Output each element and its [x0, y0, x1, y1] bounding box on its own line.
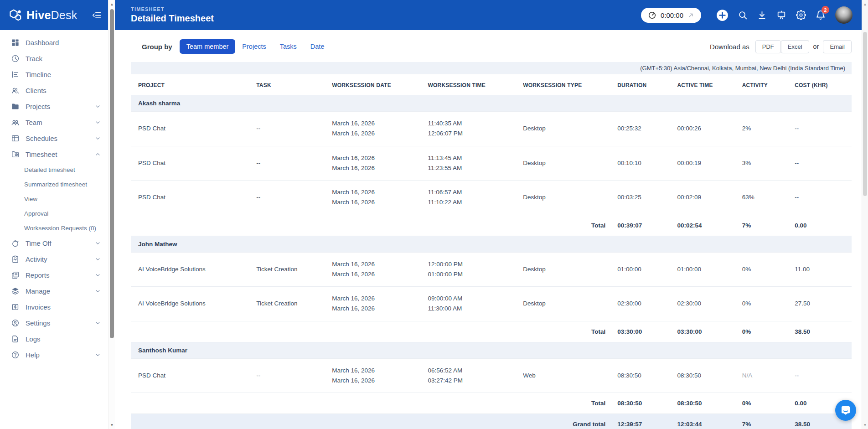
sidebar-item-timeline[interactable]: Timeline [0, 67, 108, 83]
page-scrollbar[interactable]: ▲ ▼ [862, 0, 868, 429]
sidebar-item-label: Logs [26, 335, 41, 343]
sidebar-item-detailed-timesheet[interactable]: Detailed timesheet [0, 162, 108, 177]
cell-worksession-date: March 16, 2026March 16, 2026 [328, 287, 424, 321]
grand-total-duration: 12:39:57 [614, 414, 673, 429]
scroll-up-arrow-icon[interactable]: ▲ [862, 1, 868, 7]
cell-project: PSD Chat [131, 358, 253, 393]
sidebar-scrollbar[interactable]: ▲ ▼ [108, 0, 115, 429]
sidebar-item-label: Detailed timesheet [24, 166, 75, 173]
cell-duration: 00:25:32 [614, 112, 673, 146]
cell-worksession-type: Desktop [519, 252, 614, 287]
total-activity: 0% [739, 393, 791, 414]
cell-duration: 02:30:00 [614, 287, 673, 321]
page-title: Detailed Timesheet [131, 13, 214, 24]
schedules-icon [11, 134, 20, 143]
sidebar-item-label: View [24, 196, 37, 202]
search-button[interactable] [738, 10, 748, 20]
download-pdf-button[interactable]: PDF [755, 40, 781, 53]
sidebar-item-summarized-timesheet[interactable]: Summarized timesheet [0, 177, 108, 191]
table-row: PSD Chat--March 16, 2026March 16, 202606… [131, 358, 852, 393]
email-button[interactable]: Email [823, 40, 852, 53]
sidebar-item-label: Track [26, 55, 42, 62]
sidebar-item-logs[interactable]: Logs [0, 331, 108, 347]
cell-activity: N/A [739, 358, 791, 393]
sidebar-item-schedules[interactable]: Schedules [0, 130, 108, 146]
settings-button[interactable] [796, 10, 806, 20]
column-header-worksession-time: WORKSESSION TIME [424, 74, 519, 95]
gear-icon [796, 10, 806, 20]
sidebar-item-projects[interactable]: Projects [0, 98, 108, 114]
sidebar-item-clients[interactable]: Clients [0, 83, 108, 98]
member-name: Akash sharma [131, 95, 852, 112]
sidebar-item-invoices[interactable]: Invoices [0, 299, 108, 315]
chevron-down-icon [95, 320, 101, 326]
timer-widget[interactable]: 0:00:00 [641, 8, 701, 23]
hivedesk-logo[interactable]: HiveDesk [8, 8, 92, 22]
sidebar-item-label: Time Off [26, 239, 52, 247]
cell-worksession-type: Desktop [519, 181, 614, 215]
member-name: John Mathew [131, 236, 852, 252]
download-button[interactable] [757, 10, 767, 20]
scroll-down-arrow-icon[interactable]: ▼ [108, 422, 115, 428]
cell-cost: -- [791, 112, 852, 146]
column-header-project: PROJECT [131, 74, 253, 95]
scroll-up-arrow-icon[interactable]: ▲ [108, 1, 115, 7]
sidebar-item-team[interactable]: Team [0, 114, 108, 130]
chat-launcher-button[interactable] [835, 400, 856, 421]
chevron-down-icon [95, 240, 101, 246]
download-excel-button[interactable]: Excel [781, 40, 809, 53]
cell-worksession-time: 12:00:00 PM01:00:00 PM [424, 252, 519, 287]
sidebar-item-view[interactable]: View [0, 191, 108, 206]
sidebar-collapse-icon[interactable] [92, 10, 102, 20]
group-by-option-tasks[interactable]: Tasks [273, 39, 304, 54]
sidebar-item-reports[interactable]: Reports [0, 267, 108, 283]
group-by: Group by Team memberProjectsTasksDate [131, 42, 331, 51]
timezone-strip: (GMT+5:30) Asia/Chennai, Kolkata, Mumbai… [131, 62, 852, 74]
download-as-label: Download as [710, 43, 749, 51]
download-as: Download as PDFExcel or Email [710, 40, 852, 53]
sidebar-item-help[interactable]: Help [0, 347, 108, 363]
sidebar-item-approval[interactable]: Approval [0, 206, 108, 221]
page-scrollbar-thumb[interactable] [863, 32, 867, 196]
sidebar-item-label: Activity [26, 255, 47, 263]
main-area: TIMESHEET Detailed Timesheet 0:00:00 [115, 0, 862, 429]
avatar[interactable] [835, 6, 852, 24]
column-header-worksession-date: WORKSESSION DATE [328, 74, 424, 95]
timezone-note: (GMT+5:30) Asia/Chennai, Kolkata, Mumbai… [640, 65, 845, 72]
sidebar-item-manage[interactable]: Manage [0, 283, 108, 299]
table-header-row: PROJECTTASKWORKSESSION DATEWORKSESSION T… [131, 74, 852, 95]
settings-icon [11, 319, 20, 327]
sidebar-item-activity[interactable]: Activity [0, 251, 108, 267]
sidebar-item-timesheet[interactable]: Timesheet [0, 146, 108, 162]
sidebar-item-time-off[interactable]: Time Off [0, 235, 108, 251]
group-by-option-team-member[interactable]: Team member [180, 39, 236, 54]
sidebar-item-settings[interactable]: Settings [0, 315, 108, 331]
cell-task: Ticket Creation [253, 287, 328, 321]
cell-activity: 0% [739, 252, 791, 287]
total-label: Total [131, 215, 614, 236]
notifications-button[interactable]: 2 [816, 10, 826, 20]
group-by-option-projects[interactable]: Projects [235, 39, 273, 54]
or-label: or [813, 43, 819, 50]
help-icon [11, 351, 20, 359]
chevron-up-icon [95, 151, 101, 157]
scroll-down-arrow-icon[interactable]: ▼ [862, 422, 868, 428]
screencast-button[interactable] [776, 10, 786, 20]
clients-icon [11, 86, 20, 95]
sidebar-nav: DashboardTrackTimelineClientsProjectsTea… [0, 30, 108, 363]
group-by-option-date[interactable]: Date [304, 39, 331, 54]
add-button[interactable] [716, 9, 728, 21]
sidebar-scrollbar-thumb[interactable] [110, 9, 114, 338]
sidebar-item-worksession-requests-0[interactable]: Worksession Requests (0) [0, 221, 108, 235]
timer-value: 0:00:00 [661, 11, 683, 19]
expand-arrow-icon[interactable] [687, 12, 694, 19]
grand-total-row: Grand total12:39:5712:03:447%38.50 [131, 414, 852, 429]
sidebar-item-dashboard[interactable]: Dashboard [0, 35, 108, 51]
sidebar-item-track[interactable]: Track [0, 51, 108, 67]
sidebar-item-label: Timeline [26, 71, 51, 78]
table-row: PSD Chat--March 16, 2026March 16, 202611… [131, 146, 852, 181]
total-duration: 03:30:00 [614, 321, 673, 342]
cell-worksession-type: Desktop [519, 287, 614, 321]
topbar: TIMESHEET Detailed Timesheet 0:00:00 [115, 0, 862, 30]
grand-total-activity: 7% [739, 414, 791, 429]
